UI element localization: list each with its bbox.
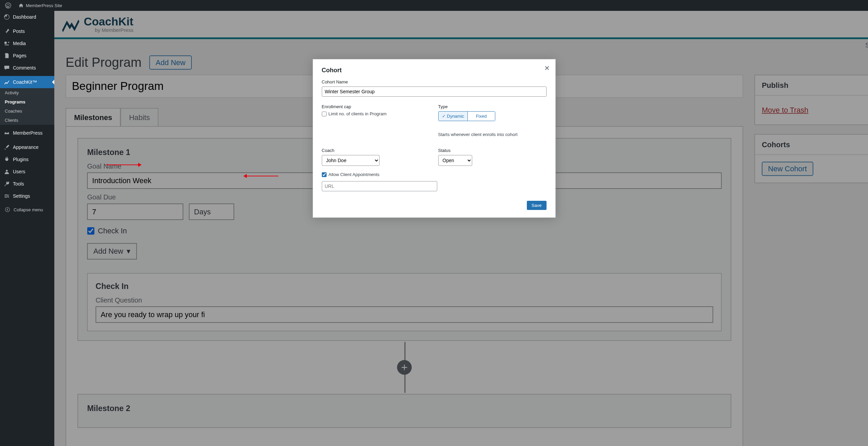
sidebar-item-settings[interactable]: Settings xyxy=(0,190,54,202)
allow-appointments-checkbox[interactable] xyxy=(322,172,327,177)
pages-icon xyxy=(3,52,10,59)
pin-icon xyxy=(3,28,10,35)
collapse-icon xyxy=(4,206,11,213)
annotation-arrow-icon xyxy=(106,164,141,165)
sidebar-item-appearance[interactable]: Appearance xyxy=(0,141,54,153)
annotation-arrow-icon xyxy=(244,176,278,176)
type-hint-text: Starts whenever client enrolls into coho… xyxy=(438,132,547,137)
type-segmented-control: ✓ Dynamic Fixed xyxy=(438,111,495,121)
sidebar-item-memberpress[interactable]: MemberPress xyxy=(0,127,54,139)
svg-point-3 xyxy=(5,208,10,212)
sidebar-item-coachkit[interactable]: CoachKit™ xyxy=(0,76,54,88)
sidebar-item-coaches[interactable]: Coaches xyxy=(0,106,54,116)
sliders-icon xyxy=(3,193,10,199)
save-button[interactable]: Save xyxy=(527,201,547,210)
collapse-menu[interactable]: Collapse menu xyxy=(0,204,54,215)
cohort-modal: ✕ Cohort Cohort Name Enrollment cap Limi… xyxy=(313,59,556,218)
sidebar-item-comments[interactable]: Comments xyxy=(0,62,54,74)
dashboard-icon xyxy=(3,14,10,20)
admin-sidebar: Dashboard Posts Media Pages Comments Coa… xyxy=(0,11,54,446)
sidebar-item-plugins[interactable]: Plugins xyxy=(0,153,54,166)
type-dynamic-button[interactable]: ✓ Dynamic xyxy=(439,112,468,121)
brush-icon xyxy=(3,144,10,151)
svg-point-2 xyxy=(6,170,7,172)
sidebar-item-dashboard[interactable]: Dashboard xyxy=(0,11,54,23)
check-icon: ✓ xyxy=(442,114,446,119)
coach-select[interactable]: John Doe xyxy=(322,155,380,166)
sidebar-item-activity[interactable]: Activity xyxy=(0,88,54,97)
memberpress-icon xyxy=(3,130,10,136)
admin-toolbar: MemberPress Site xyxy=(0,0,868,11)
sidebar-item-pages[interactable]: Pages xyxy=(0,50,54,62)
modal-title: Cohort xyxy=(322,67,547,74)
user-icon xyxy=(3,168,10,175)
plug-icon xyxy=(3,156,10,163)
site-link[interactable]: MemberPress Site xyxy=(16,0,64,11)
sidebar-item-clients[interactable]: Clients xyxy=(0,116,54,125)
media-icon xyxy=(3,40,10,47)
home-icon xyxy=(18,2,24,9)
sidebar-item-users[interactable]: Users xyxy=(0,166,54,178)
sidebar-item-posts[interactable]: Posts xyxy=(0,25,54,37)
wordpress-icon xyxy=(5,2,12,9)
appointment-url-input[interactable] xyxy=(322,181,437,191)
enrollment-cap-checkbox[interactable] xyxy=(322,112,327,116)
chart-line-icon xyxy=(3,79,10,85)
wrench-icon xyxy=(3,180,10,187)
sidebar-item-media[interactable]: Media xyxy=(0,37,54,50)
comments-icon xyxy=(3,64,10,71)
coachkit-submenu: Activity Programs Coaches Clients xyxy=(0,88,54,125)
wordpress-menu[interactable] xyxy=(3,0,14,11)
site-name: MemberPress Site xyxy=(26,3,62,8)
sidebar-item-programs[interactable]: Programs xyxy=(0,97,54,106)
type-fixed-button[interactable]: Fixed xyxy=(468,112,495,121)
status-select[interactable]: Open xyxy=(438,155,472,166)
sidebar-item-tools[interactable]: Tools xyxy=(0,178,54,190)
close-icon: ✕ xyxy=(544,64,550,72)
close-button[interactable]: ✕ xyxy=(544,64,550,72)
cohort-name-input[interactable] xyxy=(322,86,547,97)
